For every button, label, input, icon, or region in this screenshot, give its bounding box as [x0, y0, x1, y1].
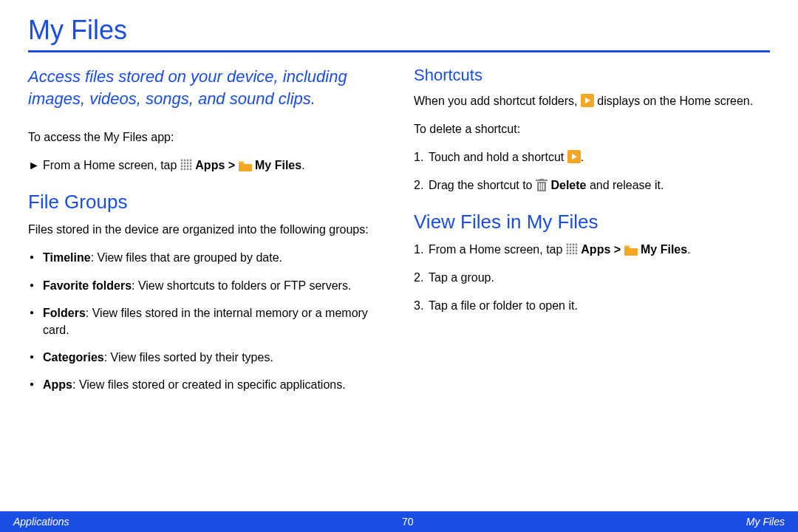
desc: : View files stored in the internal memo… [43, 307, 368, 336]
svg-point-14 [186, 168, 188, 171]
view-files-steps: From a Home screen, tap Apps > My Files.… [414, 241, 770, 315]
shortcuts-delete-label: To delete a shortcut: [414, 120, 770, 138]
access-step: ► From a Home screen, tap Apps > My File… [28, 157, 384, 174]
desc: : View files sorted by their types. [104, 351, 273, 364]
term: Timeline [43, 251, 91, 264]
vf-step1-prefix: From a Home screen, tap [429, 243, 566, 256]
shortcuts-steps: Touch and hold a shortcut . Drag the sho… [414, 149, 770, 194]
svg-point-8 [180, 166, 183, 168]
apps-label-2: Apps [581, 243, 610, 256]
list-item: Tap a file or folder to open it. [429, 297, 770, 315]
svg-rect-21 [539, 183, 540, 190]
shortcuts-heading: Shortcuts [414, 66, 770, 85]
shortcuts-line1a: When you add shortcut folders, [414, 95, 581, 107]
list-item: Touch and hold a shortcut . [429, 149, 770, 166]
svg-point-38 [572, 253, 574, 255]
svg-point-28 [566, 247, 568, 249]
period-1: . [301, 159, 304, 171]
svg-point-37 [569, 253, 571, 255]
svg-point-15 [189, 168, 191, 171]
shortcut-folder-icon [567, 150, 581, 163]
file-groups-list: Timeline: View files that are grouped by… [28, 249, 384, 393]
folder-icon [624, 243, 638, 253]
period-3: . [687, 243, 690, 256]
svg-point-24 [566, 244, 568, 246]
list-item: Apps: View files stored or created in sp… [43, 376, 384, 393]
svg-point-34 [572, 250, 574, 252]
svg-point-31 [575, 247, 577, 249]
svg-point-39 [575, 253, 577, 255]
svg-point-29 [569, 247, 571, 249]
right-column: Shortcuts When you add shortcut folders,… [414, 66, 770, 404]
svg-point-7 [189, 163, 191, 165]
svg-point-27 [575, 244, 577, 246]
svg-point-1 [183, 160, 185, 162]
step1-text: Touch and hold a shortcut [429, 151, 567, 163]
vf-step2: Tap a group. [429, 271, 494, 284]
term: Categories [43, 351, 104, 364]
step2b: Delete [550, 179, 586, 191]
vf-step3: Tap a file or folder to open it. [429, 299, 578, 312]
svg-point-12 [180, 168, 183, 171]
footer-right: My Files [746, 516, 785, 528]
svg-point-3 [189, 160, 191, 162]
shortcut-folder-icon [581, 94, 594, 107]
left-column: Access files stored on your device, incl… [28, 66, 384, 404]
list-item: Folders: View files stored in the intern… [43, 304, 384, 338]
list-item: Timeline: View files that are grouped by… [43, 249, 384, 266]
svg-point-25 [569, 244, 571, 246]
list-item: Drag the shortcut to Delete and release … [429, 177, 770, 194]
step2a: Drag the shortcut to [429, 179, 536, 191]
access-label: To access the My Files app: [28, 129, 384, 146]
svg-point-9 [183, 166, 185, 168]
access-step-prefix: From a Home screen, tap [43, 159, 180, 171]
svg-point-10 [186, 166, 188, 168]
svg-point-6 [186, 163, 188, 165]
desc: : View files stored or created in specif… [72, 378, 346, 391]
list-item: From a Home screen, tap Apps > My Files. [429, 241, 770, 259]
step2c: and release it. [586, 179, 664, 191]
svg-point-35 [575, 250, 577, 252]
file-groups-heading: File Groups [28, 191, 384, 214]
triangle-icon: ► [28, 157, 40, 174]
apps-grid-icon [180, 158, 192, 170]
apps-grid-icon [566, 242, 578, 254]
intro-text: Access files stored on your device, incl… [28, 66, 384, 109]
term: Apps [43, 378, 72, 391]
svg-point-30 [572, 247, 574, 249]
term: Favorite folders [43, 279, 132, 292]
svg-point-26 [572, 244, 574, 246]
gt-sep-2: > [610, 243, 624, 256]
trash-icon [536, 179, 548, 192]
svg-point-0 [180, 160, 183, 162]
view-files-heading: View Files in My Files [414, 211, 770, 233]
desc: : View shortcuts to folders or FTP serve… [132, 279, 351, 292]
shortcuts-line1b: displays on the Home screen. [597, 95, 753, 107]
footer-left: Applications [13, 516, 69, 528]
svg-rect-22 [541, 183, 542, 190]
page-footer: Applications 70 My Files [0, 511, 798, 532]
title-rule [28, 50, 770, 52]
svg-point-11 [189, 166, 191, 168]
apps-label: Apps [195, 159, 225, 171]
svg-point-5 [183, 163, 185, 165]
myfiles-label-2: My Files [641, 243, 687, 256]
period-2: . [581, 151, 584, 163]
term: Folders [43, 307, 86, 319]
svg-point-32 [566, 250, 568, 252]
svg-point-2 [186, 160, 188, 162]
list-item: Tap a group. [429, 269, 770, 287]
svg-point-13 [183, 168, 185, 171]
list-item: Categories: View files sorted by their t… [43, 349, 384, 366]
svg-rect-23 [543, 183, 545, 190]
list-item: Favorite folders: View shortcuts to fold… [43, 277, 384, 294]
myfiles-label: My Files [255, 159, 301, 171]
svg-point-36 [566, 253, 568, 255]
gt-sep-1: > [225, 159, 238, 171]
svg-point-33 [569, 250, 571, 252]
folder-icon [239, 159, 252, 169]
footer-page-number: 70 [402, 516, 414, 528]
shortcuts-line1: When you add shortcut folders, displays … [414, 92, 770, 110]
svg-point-4 [180, 163, 183, 165]
file-groups-desc: Files stored in the device are organized… [28, 221, 384, 239]
